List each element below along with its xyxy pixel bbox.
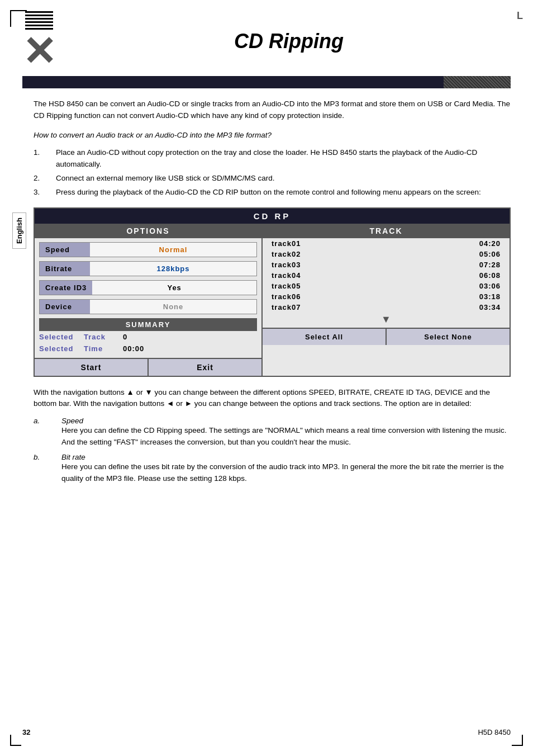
summary-time-value: 00:00 (123, 344, 144, 353)
summary-time-key: Time (84, 344, 123, 353)
section-a-letter: a. (34, 417, 61, 448)
model-name: H5D 8450 (478, 728, 511, 736)
exit-button[interactable]: Exit (149, 359, 261, 376)
section-b-content: Bit rate Here you can define the uses bi… (61, 453, 511, 485)
track-row-1[interactable]: track01 04:20 (263, 238, 510, 249)
section-a-content: Speed Here you can define the CD Ripping… (61, 417, 511, 448)
summary-header: SUMMARY (39, 318, 257, 331)
sidebar-language-label: English (12, 212, 26, 249)
section-speed: a. Speed Here you can define the CD Ripp… (34, 417, 511, 448)
summary-track-value: 0 (123, 333, 127, 341)
header-lines (25, 11, 53, 31)
section-b-label: Bit rate (61, 453, 511, 461)
section-a-desc: Here you can define the CD Ripping speed… (61, 425, 511, 448)
track-row-4[interactable]: track04 06:08 (263, 270, 510, 281)
select-all-button[interactable]: Select All (263, 329, 387, 345)
page-title: CD Ripping (67, 30, 511, 53)
start-button[interactable]: Start (35, 359, 149, 376)
cd-rip-ui-box: CD RP OPTIONS Speed Normal Bitrate 128kb… (34, 207, 511, 377)
option-create-id3[interactable]: Create ID3 Yes (39, 280, 257, 295)
cd-rip-body: OPTIONS Speed Normal Bitrate 128kbps Cre… (35, 224, 510, 376)
section-b-desc: Here you can define the uses bit rate by… (61, 461, 511, 485)
option-create-id3-label: Create ID3 (40, 281, 92, 295)
page-footer: 32 H5D 8450 (22, 728, 511, 736)
header-bar-pattern (444, 76, 511, 88)
option-speed-label: Speed (40, 243, 90, 257)
section-a-label: Speed (61, 417, 511, 425)
header-area: ✕ CD Ripping (22, 11, 511, 72)
steps-list: 1. Place an Audio-CD without copy protec… (34, 147, 511, 199)
summary-track-key: Track (84, 333, 123, 341)
option-device-value: None (90, 300, 256, 314)
option-bitrate[interactable]: Bitrate 128kbps (39, 261, 257, 276)
main-content: The HSD 8450 can be convert an Audio-CD … (34, 98, 511, 485)
header-bar (22, 76, 511, 88)
option-device[interactable]: Device None (39, 299, 257, 314)
track-header: TRACK (263, 224, 510, 238)
summary-selected-track-label: Selected (39, 333, 84, 341)
header-x-icon: ✕ (22, 31, 56, 72)
corner-bottom-left (10, 735, 21, 746)
summary-selected-time-label: Selected (39, 344, 84, 353)
track-row-2[interactable]: track02 05:06 (263, 249, 510, 259)
left-buttons-row: Start Exit (35, 358, 261, 376)
option-bitrate-value: 128kbps (90, 262, 256, 276)
option-bitrate-label: Bitrate (40, 262, 90, 276)
track-row-3[interactable]: track03 07:28 (263, 259, 510, 270)
option-create-id3-value: Yes (92, 281, 256, 295)
select-none-button[interactable]: Select None (387, 329, 510, 345)
track-row-6[interactable]: track06 03:18 (263, 291, 510, 302)
scroll-down-arrow[interactable]: ▼ (263, 313, 510, 327)
option-speed[interactable]: Speed Normal (39, 242, 257, 257)
track-row-7[interactable]: track07 03:34 (263, 302, 510, 313)
option-device-label: Device (40, 300, 90, 314)
step-1: 1. Place an Audio-CD without copy protec… (34, 147, 511, 171)
option-speed-value: Normal (90, 243, 256, 257)
cd-rip-header: CD RP (35, 209, 510, 224)
section-bitrate: b. Bit rate Here you can define the uses… (34, 453, 511, 485)
page-number: 32 (22, 728, 30, 736)
right-buttons-row: Select All Select None (263, 328, 510, 345)
track-row-5[interactable]: track05 03:06 (263, 281, 510, 291)
intro-paragraph: The HSD 8450 can be convert an Audio-CD … (34, 98, 511, 122)
corner-top-right: L (517, 10, 523, 22)
nav-description: With the navigation buttons ▲ or ▼ you c… (34, 387, 511, 410)
summary-selected-track: Selected Track 0 (35, 331, 261, 343)
corner-bottom-right (512, 735, 523, 746)
summary-selected-time: Selected Time 00:00 (35, 343, 261, 355)
cd-right-panel: TRACK track01 04:20 track02 05:06 track0… (263, 224, 510, 376)
intro-italic: How to convert an Audio track or an Audi… (34, 131, 511, 139)
section-b-letter: b. (34, 453, 61, 485)
cd-left-panel: OPTIONS Speed Normal Bitrate 128kbps Cre… (35, 224, 263, 376)
header-icon: ✕ (22, 11, 56, 72)
options-header: OPTIONS (35, 224, 261, 238)
corner-top-left (10, 10, 27, 27)
step-3: 3. Press during the playback of the Audi… (34, 187, 511, 199)
step-2: 2. Connect an external memory like USB s… (34, 173, 511, 185)
